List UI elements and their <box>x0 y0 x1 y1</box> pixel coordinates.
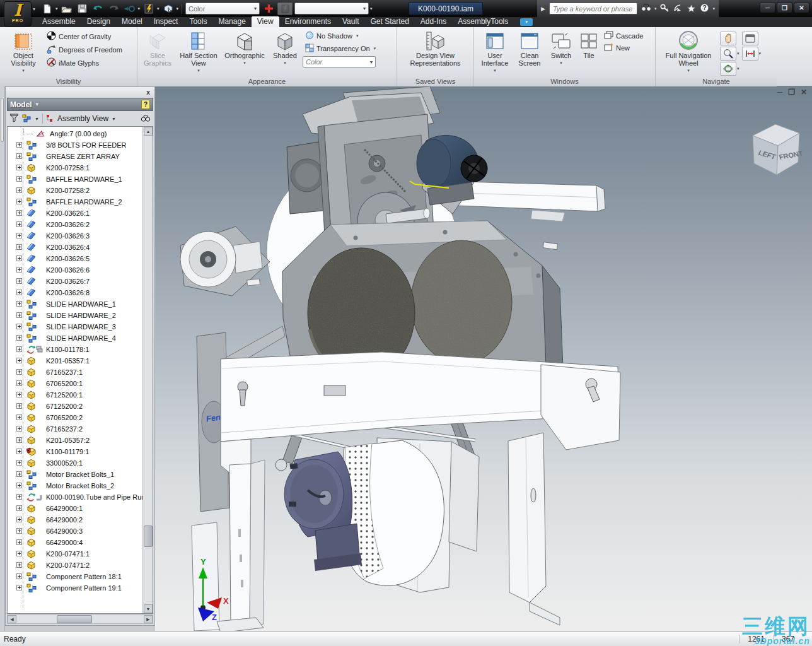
save-button[interactable] <box>76 2 90 15</box>
search-binoculars-icon[interactable] <box>641 4 651 13</box>
tree-expand-toggle[interactable] <box>16 369 22 375</box>
tree-item[interactable]: 66429000:1 <box>8 503 142 514</box>
tree-item[interactable]: K200-03626:3 <box>8 230 142 242</box>
tree-expand-toggle[interactable] <box>16 483 22 488</box>
tree-expand-toggle[interactable] <box>16 414 22 420</box>
browser-search-icon[interactable] <box>141 114 151 124</box>
center-of-gravity-button[interactable]: Center of Gravity <box>44 30 125 42</box>
vertical-scroll-thumb[interactable] <box>144 526 153 547</box>
tree-item[interactable]: Component Pattern 18:1 <box>8 571 142 582</box>
favorites-star-icon[interactable] <box>687 4 696 14</box>
ribbon-tab[interactable]: Assemble <box>37 16 81 27</box>
tree-expand-toggle[interactable] <box>16 539 22 545</box>
tree-expand-toggle[interactable] <box>16 301 22 307</box>
scroll-down-icon[interactable]: ▼ <box>144 604 153 613</box>
new-file-button[interactable] <box>40 2 54 15</box>
tree-expand-toggle[interactable] <box>16 233 22 238</box>
ribbon-tab[interactable]: Environments <box>279 16 337 27</box>
minimize-button[interactable]: ─ <box>760 2 775 13</box>
doc-minimize-icon[interactable]: ─ <box>777 88 783 97</box>
tree-expand-toggle[interactable] <box>16 403 22 409</box>
tree-expand-toggle[interactable] <box>16 528 22 534</box>
tree-item[interactable]: K200-07471:2 <box>8 560 142 571</box>
tree-item[interactable]: 67125200:2 <box>8 401 142 412</box>
tree-item[interactable]: SLIDE HARDWARE_4 <box>8 332 142 344</box>
zoom-caret[interactable]: ▾ <box>737 51 740 56</box>
return-caret[interactable]: ▾ <box>138 6 141 11</box>
tree-expand-toggle[interactable] <box>16 460 22 466</box>
degrees-of-freedom-button[interactable]: Degrees of Freedom <box>44 44 125 56</box>
tree-item[interactable]: 66429000:2 <box>8 514 142 526</box>
tree-expand-toggle[interactable] <box>16 471 22 477</box>
tree-item[interactable]: K100-01178:1 <box>8 344 142 355</box>
switch-windows-button[interactable]: Switch ▾ <box>546 29 576 68</box>
viewcube[interactable]: LEFT FRONT <box>753 124 804 175</box>
tree-expand-toggle[interactable] <box>16 244 22 250</box>
tree-item[interactable]: Motor Bracket Bolts_1 <box>8 469 142 480</box>
tree-item[interactable]: K200-03626:8 <box>8 287 142 298</box>
doc-close-icon[interactable]: ✕ <box>801 88 807 97</box>
ribbon-tab[interactable]: Get Started <box>364 16 414 27</box>
tree-display-icon[interactable] <box>22 114 32 124</box>
tree-expand-toggle[interactable] <box>16 324 22 329</box>
restore-button[interactable]: ❐ <box>777 2 792 13</box>
tree-item[interactable]: GREASE ZERT ARRAY <box>8 151 142 162</box>
qat-overflow-caret[interactable]: ▾ <box>370 6 373 11</box>
search-input[interactable] <box>553 5 634 13</box>
tree-expand-toggle[interactable] <box>16 437 22 443</box>
tree-expand-toggle[interactable] <box>16 494 22 500</box>
ribbon-minimize-button[interactable]: ▾ <box>520 18 533 26</box>
browser-help-icon[interactable]: ? <box>141 100 150 109</box>
tree-item[interactable]: K200-03626:7 <box>8 276 142 287</box>
horizontal-scroll-thumb[interactable] <box>57 615 92 623</box>
design-view-representations-button[interactable]: Design View Representations <box>404 29 467 68</box>
tile-windows-button[interactable]: Tile <box>576 29 601 61</box>
tree-expand-toggle[interactable] <box>16 142 22 148</box>
tree-expand-toggle[interactable] <box>16 551 22 556</box>
left-bearing-bracket[interactable] <box>180 226 270 296</box>
ribbon-tab[interactable]: Vault <box>337 16 364 27</box>
viewport[interactable]: ─ ❐ ✕ <box>155 86 812 631</box>
open-button[interactable] <box>60 2 74 15</box>
new-window-button[interactable]: New <box>601 42 646 53</box>
ribbon-tab[interactable]: Design <box>81 16 116 27</box>
assembly-view-caret[interactable]: ▼ <box>112 117 116 121</box>
ribbon-tab[interactable]: Manage <box>212 16 251 27</box>
tree-item[interactable]: SLIDE HARDWARE_1 <box>8 298 142 310</box>
browser-header[interactable]: Model ▼ ? <box>7 98 153 111</box>
tree-item[interactable]: 67065200:1 <box>8 378 142 389</box>
tree-expand-toggle[interactable] <box>16 221 22 227</box>
appearance-override-combo[interactable]: Color▾ <box>185 3 260 15</box>
tree-expand-toggle[interactable] <box>16 562 22 568</box>
update-caret[interactable]: ▾ <box>157 6 160 11</box>
pan-button[interactable] <box>720 32 736 45</box>
transparency-button[interactable]: Transparency On ▾ <box>303 43 388 54</box>
tree-item[interactable]: 67065200:2 <box>8 412 142 423</box>
help-icon[interactable]: ? <box>700 3 709 14</box>
shaded-button[interactable]: Shaded ▾ <box>267 29 303 68</box>
scroll-up-icon[interactable]: ▲ <box>144 127 153 136</box>
orbit-caret[interactable]: ▾ <box>737 66 740 71</box>
select-caret[interactable]: ▾ <box>177 6 179 11</box>
previous-view-button[interactable] <box>742 32 758 45</box>
redo-button[interactable] <box>107 2 121 15</box>
appearance-color-combo[interactable]: Color ▾ <box>303 56 376 68</box>
tree-item[interactable]: SLIDE HARDWARE_2 <box>8 310 142 321</box>
user-interface-button[interactable]: User Interface ▾ <box>477 29 513 76</box>
update-button[interactable] <box>142 2 156 15</box>
ribbon-tab[interactable]: Tools <box>183 16 212 27</box>
tree-expand-toggle[interactable] <box>16 392 22 397</box>
application-menu-caret[interactable]: ▾ <box>33 6 35 12</box>
tree-expand-toggle[interactable] <box>16 505 22 511</box>
search-caret[interactable]: ▾ <box>654 6 657 11</box>
tree-expand-toggle[interactable] <box>16 176 22 182</box>
tree-item[interactable]: Component Pattern 19:1 <box>8 582 142 594</box>
tree-item[interactable]: K200-07258:2 <box>8 185 142 196</box>
tree-vertical-scrollbar[interactable]: ▲ ▼ <box>142 127 153 613</box>
tree-item[interactable]: 33000520:1 <box>8 457 142 469</box>
inventor-logo[interactable]: I PRO <box>4 1 32 26</box>
tree-item[interactable]: SLIDE HARDWARE_3 <box>8 321 142 332</box>
browser-title-caret[interactable]: ▼ <box>35 102 40 107</box>
tree-expand-toggle[interactable] <box>16 199 22 204</box>
tree-item[interactable]: K200-03626:4 <box>8 242 142 253</box>
